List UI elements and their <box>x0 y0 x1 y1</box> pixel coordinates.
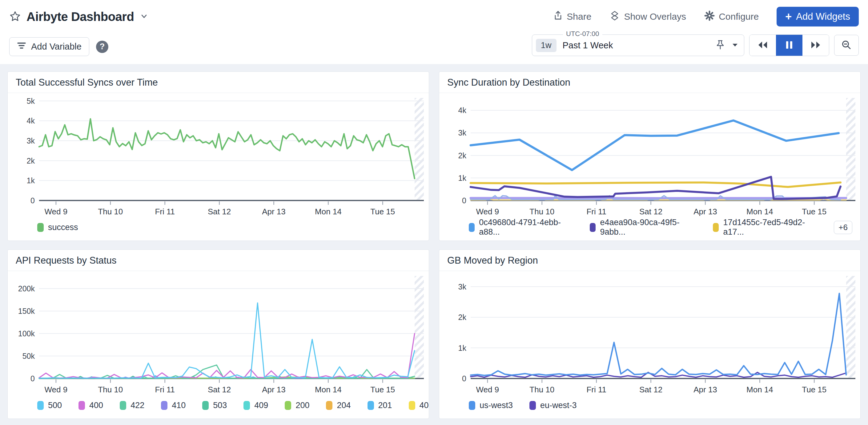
svg-text:Tue 15: Tue 15 <box>802 385 827 394</box>
fast-forward-icon <box>809 40 822 51</box>
time-controls: UTC-07:00 1w Past 1 Week <box>532 34 859 56</box>
legend-item[interactable]: 200 <box>285 401 309 410</box>
share-icon <box>553 10 563 23</box>
zoom-out-button[interactable] <box>834 35 859 56</box>
legend-item[interactable]: 503 <box>202 401 227 410</box>
svg-text:Mon 14: Mon 14 <box>315 385 342 394</box>
legend-item[interactable]: 500 <box>37 401 62 410</box>
range-shortcut-badge[interactable]: 1w <box>536 39 557 52</box>
add-widgets-label: Add Widgets <box>796 11 850 22</box>
widget-api-requests: API Requests by Status 050k100k150k200kW… <box>7 249 429 419</box>
legend-item[interactable]: success <box>37 223 78 232</box>
svg-text:Fri 11: Fri 11 <box>586 207 607 216</box>
header-actions: Share Show Overlays <box>553 7 859 27</box>
widget-title: API Requests by Status <box>8 250 429 271</box>
syncs-over-time-chart[interactable]: 01k2k3k4k5kWed 9Thu 10Fri 11Sat 12Apr 13… <box>8 93 429 217</box>
svg-text:Tue 15: Tue 15 <box>370 207 395 216</box>
svg-text:Wed 9: Wed 9 <box>44 385 68 394</box>
legend-item[interactable]: 410 <box>161 401 186 410</box>
svg-text:2k: 2k <box>458 313 467 322</box>
caret-down-icon <box>732 42 738 48</box>
legend-item[interactable]: 409 <box>244 401 268 410</box>
svg-text:Apr 13: Apr 13 <box>693 207 717 216</box>
time-range-picker[interactable]: UTC-07:00 1w Past 1 Week <box>532 34 744 56</box>
overlays-icon <box>609 10 620 23</box>
gb-moved-chart[interactable]: 01k2k3kWed 9Thu 10Fri 11Sat 12Apr 13Mon … <box>439 271 860 395</box>
legend-item[interactable]: 204 <box>326 401 350 410</box>
api-requests-chart[interactable]: 050k100k150k200kWed 9Thu 10Fri 11Sat 12A… <box>8 271 429 395</box>
question-mark-icon: ? <box>100 42 105 52</box>
legend-swatch <box>529 401 536 410</box>
playback-controls <box>749 34 829 56</box>
legend-overflow-badge[interactable]: +6 <box>834 221 852 234</box>
header-row-2: Add Variable ? UTC-07:00 1w Past 1 Week <box>9 34 859 56</box>
legend-swatch <box>37 223 44 232</box>
legend-item[interactable]: eu-west-3 <box>529 401 577 410</box>
legend-item[interactable]: 403 <box>409 401 429 410</box>
sync-duration-chart[interactable]: 01k2k3k4kWed 9Thu 10Fri 11Sat 12Apr 13Mo… <box>439 93 860 217</box>
svg-text:0: 0 <box>30 374 35 383</box>
chart-legend: success <box>8 217 429 241</box>
svg-text:0: 0 <box>462 196 466 205</box>
dashboard-grid: Total Successful Syncs over Time 01k2k3k… <box>0 64 868 425</box>
pin-timeframe-button[interactable] <box>716 40 725 51</box>
svg-text:Mon 14: Mon 14 <box>746 207 773 216</box>
legend-label: 503 <box>213 401 227 410</box>
share-label: Share <box>567 11 591 22</box>
svg-text:Sat 12: Sat 12 <box>639 385 662 394</box>
add-widgets-button[interactable]: + Add Widgets <box>777 7 859 27</box>
legend-item[interactable]: 201 <box>368 401 392 410</box>
dashboard-title-group: Airbyte Dashboard <box>9 10 149 24</box>
legend-swatch <box>368 401 374 410</box>
chart-area: 01k2k3k4k5kWed 9Thu 10Fri 11Sat 12Apr 13… <box>8 93 429 217</box>
legend-swatch <box>469 223 475 232</box>
pause-button[interactable] <box>776 35 802 56</box>
legend-item[interactable]: 17d1455c-7ed5-49d2-a17... <box>713 218 817 237</box>
svg-text:Thu 10: Thu 10 <box>529 385 554 394</box>
widget-title: GB Moved by Region <box>439 250 860 271</box>
svg-text:Sat 12: Sat 12 <box>208 207 231 216</box>
svg-text:Tue 15: Tue 15 <box>802 207 827 216</box>
legend-item[interactable]: 400 <box>79 401 103 410</box>
legend-label: 0c49680d-4791-4ebb-a88... <box>479 218 573 237</box>
legend-item[interactable]: e4aea90a-90ca-49f5-9abb... <box>590 218 696 237</box>
legend-swatch <box>409 401 415 410</box>
legend-label: eu-west-3 <box>540 401 577 410</box>
page-title: Airbyte Dashboard <box>27 10 134 24</box>
legend-swatch <box>590 223 596 232</box>
widget-title: Sync Duration by Destination <box>439 72 860 93</box>
svg-text:1k: 1k <box>458 174 467 182</box>
help-button[interactable]: ? <box>96 41 108 53</box>
range-dropdown-button[interactable] <box>732 42 738 48</box>
svg-text:4k: 4k <box>458 106 467 115</box>
favorite-star-button[interactable] <box>9 10 21 23</box>
show-overlays-button[interactable]: Show Overlays <box>609 10 686 23</box>
dashboard-menu-button[interactable] <box>140 12 149 21</box>
svg-text:Wed 9: Wed 9 <box>44 207 68 216</box>
svg-text:Thu 10: Thu 10 <box>98 385 123 394</box>
svg-text:Wed 9: Wed 9 <box>476 207 499 216</box>
header: Airbyte Dashboard Share Show Overlays <box>0 0 868 64</box>
svg-text:Apr 13: Apr 13 <box>262 385 286 394</box>
backward-button[interactable] <box>749 35 776 56</box>
legend-label: 200 <box>296 401 309 410</box>
configure-button[interactable]: Configure <box>704 10 759 23</box>
legend-swatch <box>120 401 126 410</box>
svg-text:3k: 3k <box>27 136 35 145</box>
svg-text:2k: 2k <box>458 151 467 160</box>
chart-area: 01k2k3kWed 9Thu 10Fri 11Sat 12Apr 13Mon … <box>439 271 860 395</box>
forward-button[interactable] <box>802 35 829 56</box>
legend-label: us-west3 <box>479 401 513 410</box>
chart-area: 01k2k3k4kWed 9Thu 10Fri 11Sat 12Apr 13Mo… <box>439 93 860 217</box>
legend-item[interactable]: us-west3 <box>469 401 513 410</box>
legend-swatch <box>285 401 291 410</box>
legend-label: 204 <box>337 401 350 410</box>
legend-item[interactable]: 0c49680d-4791-4ebb-a88... <box>469 218 573 237</box>
share-button[interactable]: Share <box>553 10 591 23</box>
legend-item[interactable]: 422 <box>120 401 144 410</box>
svg-text:Sat 12: Sat 12 <box>208 385 231 394</box>
pin-icon <box>716 40 725 51</box>
legend-swatch <box>37 401 44 410</box>
chart-area: 050k100k150k200kWed 9Thu 10Fri 11Sat 12A… <box>8 271 429 395</box>
add-variable-button[interactable]: Add Variable <box>9 37 89 56</box>
